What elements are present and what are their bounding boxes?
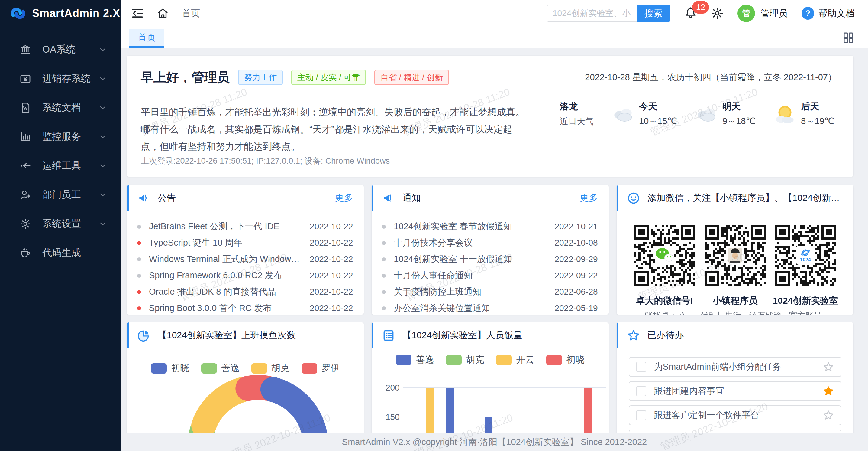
ops-tools-icon bbox=[19, 160, 31, 172]
star-toggle-icon[interactable] bbox=[823, 361, 834, 373]
invoice-icon bbox=[19, 73, 31, 85]
list-item[interactable]: 办公室消杀关键位置通知 2022-05-19 bbox=[382, 300, 598, 315]
notification-badge: 12 bbox=[692, 1, 709, 13]
bullet-dot bbox=[382, 257, 386, 261]
date-line: 2022-10-28 星期五，农历十初四（当前霜降，立冬 2022-11-07） bbox=[585, 72, 837, 83]
collapse-sidebar-icon[interactable] bbox=[131, 7, 144, 20]
list-item[interactable]: 1024创新实验室 十一放假通知 2022-09-29 bbox=[382, 251, 598, 267]
app-title: SmartAdmin 2.X bbox=[32, 7, 120, 20]
gear-icon[interactable] bbox=[711, 7, 723, 20]
help-label: 帮助文档 bbox=[818, 7, 855, 20]
list-item[interactable]: 十月份技术分享会议 2022-10-08 bbox=[382, 235, 598, 251]
legend-item[interactable]: 初晓 bbox=[546, 354, 584, 366]
chevron-down-icon bbox=[98, 46, 107, 54]
search-button[interactable]: 搜索 bbox=[637, 5, 671, 22]
avatar[interactable]: 管 bbox=[738, 4, 755, 22]
todo-card: 已办待办 为SmartAdmin前端小组分配任务 跟进团建内容事宜 跟进客户定制… bbox=[617, 322, 854, 450]
list-item[interactable]: Oracle 推出 JDK 8 的直接替代品 2022-10-22 bbox=[137, 284, 353, 300]
legend-item[interactable]: 胡克 bbox=[446, 354, 484, 366]
chevron-down-icon bbox=[98, 104, 107, 112]
monitor-chart-icon bbox=[19, 131, 31, 143]
y-axis-label: 200 bbox=[376, 383, 400, 393]
code-gen-icon bbox=[19, 247, 31, 259]
sidebar-menu: OA系统 进销存系统 系统文档 监控服务 运维工具 部门员工 系统设置 代码生成 bbox=[0, 27, 121, 267]
card-accent-bar bbox=[372, 185, 373, 211]
speaker-icon bbox=[137, 192, 151, 205]
bullet-dot bbox=[137, 290, 141, 294]
bullet-dot bbox=[382, 306, 386, 310]
chevron-down-icon bbox=[98, 191, 107, 199]
user-menu[interactable]: 管 管理员 bbox=[738, 4, 787, 22]
sidebar-item-代码生成[interactable]: 代码生成 bbox=[0, 238, 121, 267]
todo-item[interactable]: 跟进客户定制一个软件平台 bbox=[629, 405, 841, 425]
tab-home[interactable]: 首页 bbox=[129, 29, 164, 48]
weather-day: 明天9～18℃ bbox=[693, 101, 755, 128]
list-item[interactable]: 十月份人事任命通知 2022-09-22 bbox=[382, 267, 598, 284]
sidebar-item-进销存系统[interactable]: 进销存系统 bbox=[0, 64, 121, 93]
bank-icon bbox=[19, 44, 31, 56]
chevron-down-icon bbox=[98, 133, 107, 141]
todo-item[interactable]: 跟进团建内容事宜 bbox=[629, 381, 841, 401]
smiley-icon bbox=[627, 192, 640, 205]
star-icon bbox=[627, 329, 640, 342]
todo-item[interactable]: 为SmartAdmin前端小组分配任务 bbox=[629, 357, 841, 377]
chevron-down-icon bbox=[98, 220, 107, 228]
layout-grid-icon[interactable] bbox=[842, 31, 855, 44]
card-accent-bar bbox=[617, 322, 618, 348]
sidebar-item-部门员工[interactable]: 部门员工 bbox=[0, 180, 121, 209]
notifications[interactable]: 12 bbox=[684, 6, 697, 20]
announcements-more-link[interactable]: 更多 bbox=[335, 192, 353, 204]
list-item[interactable]: 1024创新实验室 春节放假通知 2022-10-21 bbox=[382, 218, 598, 235]
smartadmin-logo-icon bbox=[10, 5, 27, 22]
bullet-dot bbox=[137, 306, 141, 310]
card-accent-bar bbox=[127, 185, 129, 211]
bullet-dot bbox=[137, 274, 141, 278]
weather-panel: 洛龙 近日天气 今天10～15℃ 明天9～18℃ 后天8～19℃ bbox=[560, 101, 834, 128]
todo-checkbox[interactable] bbox=[636, 386, 646, 396]
todo-checkbox[interactable] bbox=[636, 362, 646, 372]
star-toggle-icon[interactable] bbox=[823, 385, 834, 397]
sidebar-item-系统文档[interactable]: 系统文档 bbox=[0, 93, 121, 122]
settings-icon bbox=[19, 218, 31, 230]
sidebar-item-系统设置[interactable]: 系统设置 bbox=[0, 209, 121, 238]
legend-item[interactable]: 开云 bbox=[496, 354, 534, 366]
list-item[interactable]: 关于疫情防控上班通知 2022-06-28 bbox=[382, 284, 598, 300]
card-title: 【1024创新实验室】上班摸鱼次数 bbox=[158, 329, 353, 341]
card-title: 已办待办 bbox=[647, 329, 843, 341]
list-item[interactable]: TypeScript 诞生 10 周年 2022-10-22 bbox=[137, 235, 353, 251]
list-item[interactable]: Windows Terminal 正式成为 Windows 11 ... 202… bbox=[137, 251, 353, 267]
tabbar: 首页 bbox=[121, 27, 868, 48]
qr-code-item: 小镇程序员 代码与生活，还有钱途 bbox=[700, 221, 770, 315]
notices-card: 通知 更多 1024创新实验室 春节放假通知 2022-10-21 十月份技术分… bbox=[372, 185, 609, 315]
sidebar-item-运维工具[interactable]: 运维工具 bbox=[0, 151, 121, 180]
qr-code-image bbox=[701, 221, 769, 289]
bullet-dot bbox=[382, 290, 386, 294]
help-link[interactable]: ? 帮助文档 bbox=[802, 7, 855, 20]
bullet-dot bbox=[382, 241, 386, 245]
sidebar-item-监控服务[interactable]: 监控服务 bbox=[0, 122, 121, 151]
home-icon[interactable] bbox=[156, 7, 169, 20]
user-name: 管理员 bbox=[761, 7, 787, 20]
sun-icon bbox=[772, 103, 798, 125]
search-input[interactable] bbox=[547, 5, 637, 22]
card-title: 【1024创新实验室】人员饭量 bbox=[402, 329, 598, 341]
star-toggle-icon[interactable] bbox=[823, 410, 834, 421]
list-item[interactable]: Spring Boot 3.0.0 首个 RC 发布 2022-10-22 bbox=[137, 300, 353, 315]
chevron-down-icon bbox=[98, 75, 107, 83]
sidebar-item-OA系统[interactable]: OA系统 bbox=[0, 35, 121, 64]
cloud-icon bbox=[610, 103, 636, 125]
notices-more-link[interactable]: 更多 bbox=[580, 192, 598, 204]
breadcrumb[interactable]: 首页 bbox=[182, 7, 200, 20]
list-item[interactable]: Spring Framework 6.0.0 RC2 发布 2022-10-22 bbox=[137, 267, 353, 284]
pie-chart-icon bbox=[137, 329, 151, 342]
legend-item[interactable]: 善逸 bbox=[396, 354, 434, 366]
card-title: 添加微信，关注【小镇程序员】、【1024创新实验室】 bbox=[647, 192, 843, 204]
tab-active-underline bbox=[129, 46, 164, 48]
bell-icon[interactable] bbox=[684, 15, 697, 20]
welcome-card: 早上好，管理员 努力工作主动 / 皮实 / 可靠自省 / 精进 / 创新 202… bbox=[127, 56, 854, 177]
bullet-dot bbox=[137, 257, 141, 261]
fish-chart-card: 【1024创新实验室】上班摸鱼次数 初晓 善逸 胡克 罗伊 bbox=[127, 322, 364, 450]
app-logo: SmartAdmin 2.X bbox=[0, 0, 121, 27]
todo-checkbox[interactable] bbox=[636, 410, 646, 420]
list-item[interactable]: JetBrains Fleet 公测，下一代 IDE 2022-10-22 bbox=[137, 218, 353, 235]
